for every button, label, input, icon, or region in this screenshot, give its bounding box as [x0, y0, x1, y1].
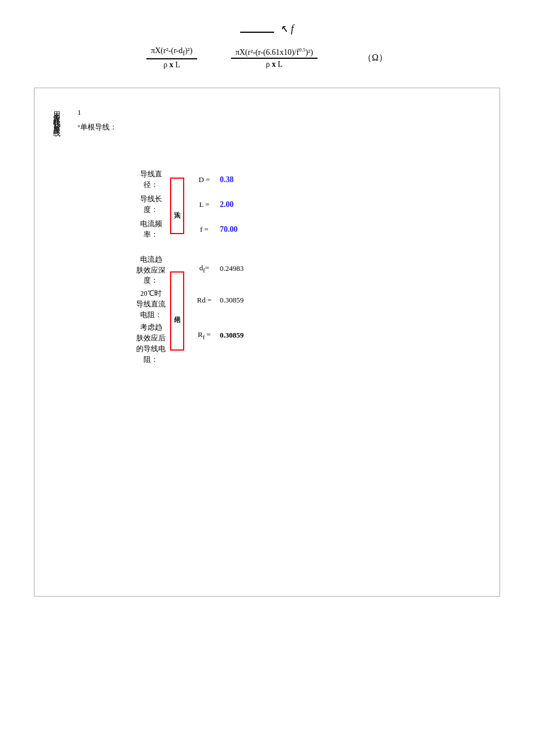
results-container: 电流趋肤效应深度： 20℃时导线直流电阻： 考虑趋肤效应后的导线电阻： 结果	[134, 254, 488, 368]
label-skin-depth: 电流趋肤效应深度：	[134, 254, 168, 286]
label-wire-diameter: 导线直径：	[134, 169, 168, 191]
d-eq: D =	[189, 175, 220, 184]
rf-row: Rf = 0.30859	[189, 318, 265, 352]
formula-header: ↖ f	[240, 23, 294, 35]
rd-eq: Rd =	[189, 296, 220, 305]
result-tag: 结果	[170, 271, 184, 351]
vertical-text-label: 用多股线代替单股线：	[46, 105, 66, 368]
right-content: 1 °单根导线： 导线直径： 导线长度： 电流频率：	[66, 100, 488, 368]
f-eq: f =	[189, 225, 220, 234]
formula-section: ↖ f πX(r²-(r-df)²) ρ x L πX(r²-(r-(6.61x…	[34, 23, 500, 71]
rf-value: 0.30859	[220, 331, 265, 340]
omega-unit: （Ω）	[363, 52, 388, 64]
result-tag-container: 结果	[170, 254, 184, 368]
arrow-f-symbol: ↖ f	[280, 23, 294, 35]
df-value: 0.24983	[220, 264, 265, 273]
rd-value: 0.30859	[220, 296, 265, 305]
left-denominator: ρ x L	[159, 59, 185, 71]
right-numerator: πX(r²-(r-(6.61x10)/f0.5)²)	[231, 46, 318, 59]
d-row: D = 0.38	[189, 169, 254, 191]
rf-eq: Rf =	[189, 330, 220, 340]
right-fraction: πX(r²-(r-(6.61x10)/f0.5)²) ρ x L	[231, 46, 318, 71]
l-value: 2.00	[220, 200, 254, 209]
main-box: 用多股线代替单股线： 1 °单根导线： 导线直径：	[34, 88, 500, 597]
section-degree: °单根导线：	[77, 120, 488, 135]
main-inner: 用多股线代替单股线： 1 °单根导线： 导线直径：	[46, 100, 488, 368]
right-denominator: ρ x L	[262, 59, 288, 70]
df-row: df= 0.24983	[189, 254, 265, 283]
page: ↖ f πX(r²-(r-df)²) ρ x L πX(r²-(r-(6.61x…	[0, 0, 534, 756]
input-values: D = 0.38 L = 2.00 f = 70.00	[189, 169, 254, 241]
df-eq: df=	[189, 263, 220, 274]
f-value: 70.00	[220, 225, 254, 234]
label-ac-resistance: 考虑趋肤效应后的导线电阻：	[134, 322, 168, 365]
input-tag-container: 输入	[170, 169, 184, 243]
result-labels: 电流趋肤效应深度： 20℃时导线直流电阻： 考虑趋肤效应后的导线电阻：	[134, 254, 168, 368]
section-label: 1 °单根导线：	[77, 105, 488, 135]
l-row: L = 2.00	[189, 193, 254, 216]
formula-line	[240, 32, 274, 33]
section-number: 1	[77, 105, 488, 120]
label-wire-length: 导线长度：	[134, 193, 168, 216]
left-numerator: πX(r²-(r-df)²)	[146, 45, 197, 59]
result-values: df= 0.24983 Rd = 0.30859 Rf = 0.30859	[189, 254, 265, 352]
params-container: 导线直径： 导线长度： 电流频率： 输入	[134, 169, 488, 243]
label-current-frequency: 电流频率：	[134, 218, 168, 241]
f-row: f = 70.00	[189, 218, 254, 241]
l-eq: L =	[189, 200, 220, 209]
label-dc-resistance: 20℃时导线直流电阻：	[134, 288, 168, 320]
formulas-row: πX(r²-(r-df)²) ρ x L πX(r²-(r-(6.61x10)/…	[146, 45, 388, 71]
left-fraction: πX(r²-(r-df)²) ρ x L	[146, 45, 197, 71]
rd-row: Rd = 0.30859	[189, 285, 265, 316]
param-labels: 导线直径： 导线长度： 电流频率：	[134, 169, 168, 243]
d-value: 0.38	[220, 175, 254, 184]
input-tag: 输入	[170, 178, 184, 234]
